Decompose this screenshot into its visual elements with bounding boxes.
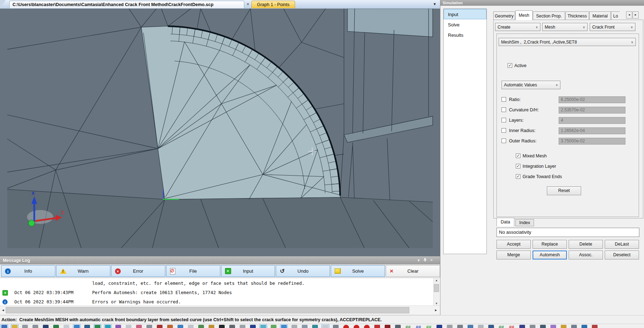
toolbar-icon[interactable] [302, 325, 308, 328]
log-scroll-thumb[interactable] [434, 284, 439, 292]
merge-button[interactable]: Merge [496, 251, 531, 259]
toolbar-icon[interactable] [312, 325, 318, 328]
toolbar-icon[interactable] [561, 325, 566, 328]
solve-button[interactable]: Solve [331, 265, 385, 277]
replace-button[interactable]: Replace [533, 240, 567, 249]
warn-button[interactable]: ! Warn [56, 265, 110, 277]
toolbar-icon[interactable] [364, 325, 370, 328]
toolbar-icon[interactable] [12, 325, 18, 328]
tab-material[interactable]: Material [589, 11, 611, 20]
toolbar-icon[interactable] [209, 325, 214, 328]
input-button[interactable]: × Input [221, 265, 275, 277]
toolbar-icon[interactable] [374, 325, 380, 328]
toolbar-icon[interactable] [291, 325, 297, 328]
tab-scroll-left-icon[interactable]: ◄ [626, 11, 632, 19]
ratio-field[interactable]: 6.25000e-02 [559, 96, 625, 103]
toolbar-icon[interactable] [281, 325, 287, 328]
nav-item-solve[interactable]: Solve [444, 19, 486, 30]
file-button[interactable]: ∅ File [166, 265, 220, 277]
pin-icon[interactable] [422, 258, 428, 263]
toolbar-icon[interactable] [592, 325, 598, 328]
toolbar-icon[interactable] [333, 325, 339, 328]
toolbar-icon[interactable] [468, 325, 473, 328]
toolbar-icon[interactable] [530, 325, 535, 328]
scroll-down-icon[interactable]: ▼ [434, 302, 439, 305]
toolbar-icon[interactable] [95, 325, 100, 328]
toolbar-icon[interactable] [271, 325, 276, 328]
error-button[interactable]: × Error [111, 265, 165, 277]
automesh-button[interactable]: Automesh [533, 251, 567, 259]
toolbar-icon[interactable] [115, 325, 121, 328]
nav-item-input[interactable]: Input [444, 9, 486, 19]
toolbar-icon[interactable] [64, 325, 69, 328]
mode-select[interactable]: Create ∨ [495, 23, 540, 31]
layers-checkbox[interactable] [501, 118, 506, 122]
undo-button[interactable]: ↺ Undo [276, 265, 330, 277]
toolbar-icon[interactable] [146, 325, 152, 328]
toolbar-icon[interactable] [488, 325, 494, 328]
message-log-close-icon[interactable]: × [429, 258, 434, 263]
message-log-list[interactable]: load, constraint, etc. for element, edge… [0, 278, 440, 306]
toolbar-icon[interactable] [105, 325, 111, 328]
toolbar-icon[interactable] [519, 325, 525, 328]
simulation-panel-titlebar[interactable]: Simulation [440, 0, 644, 6]
toolbar-icon[interactable] [1, 325, 7, 328]
tab-index[interactable]: Index [515, 219, 534, 226]
tab-section-prop[interactable]: Section Prop. [533, 11, 565, 20]
tab-graph-points[interactable]: Graph 1 - Points [251, 1, 295, 8]
toolbar-icon[interactable] [178, 325, 183, 328]
tab-load-truncated[interactable]: Lo [611, 11, 620, 20]
toolbar-icon[interactable] [136, 325, 142, 328]
toolbar-icon[interactable] [157, 325, 163, 328]
tab-thickness[interactable]: Thickness [565, 11, 589, 20]
delast-button[interactable]: DeLast [605, 240, 639, 249]
toolbar-icon[interactable]: ## [405, 325, 411, 328]
toolbar-icon[interactable] [395, 325, 401, 328]
outer-radius-field[interactable]: 3.75000e-02 [559, 138, 625, 145]
reset-button[interactable]: Reset [547, 186, 581, 195]
scroll-up-icon[interactable]: ▲ [434, 279, 439, 282]
curvature-field[interactable]: 2.53570e-02 [559, 107, 625, 113]
tab-mesh[interactable]: Mesh [515, 10, 533, 20]
toolbar-icon[interactable] [33, 325, 38, 328]
associativity-field[interactable]: No associativity [496, 228, 639, 237]
mixed-mesh-checkbox[interactable]: ✓ [516, 153, 520, 158]
inner-radius-checkbox[interactable] [501, 128, 506, 133]
toolbar-icon[interactable] [126, 325, 131, 328]
toolbar-icon[interactable]: ## [416, 325, 421, 328]
scroll-left-icon[interactable]: ◄ [1, 308, 5, 312]
deselect-button[interactable]: Deselect [605, 251, 639, 259]
toolbar-icon[interactable] [167, 325, 173, 328]
outer-radius-checkbox[interactable] [501, 138, 506, 143]
info-button[interactable]: i Info [1, 265, 55, 277]
toolbar-icon[interactable] [250, 325, 256, 328]
inner-radius-field[interactable]: 1.26562e-04 [559, 127, 625, 134]
toolbar-icon[interactable] [323, 325, 328, 328]
type-select[interactable]: Crack Front ∨ [590, 23, 635, 31]
toolbar-icon[interactable] [240, 325, 245, 328]
toolbar-icon[interactable] [385, 325, 390, 328]
hscroll-thumb[interactable] [6, 307, 409, 313]
toolbar-icon[interactable] [478, 325, 484, 328]
nav-item-results[interactable]: Results [444, 30, 486, 40]
toolbar-icon[interactable] [198, 325, 204, 328]
toolbar-icon[interactable] [53, 325, 59, 328]
ratio-checkbox[interactable] [501, 97, 506, 102]
delete-button[interactable]: Delete [569, 240, 603, 249]
viewport-3d[interactable]: X Z [0, 9, 440, 256]
tab-list-dropdown-icon[interactable]: ▼ [433, 2, 436, 6]
toolbar-icon[interactable]: ## [426, 325, 432, 328]
scroll-right-icon[interactable]: ► [434, 308, 438, 312]
meshsim-selection-select[interactable]: MeshSim , 2,Crack Front, ,Active,SET8 ∨ [499, 38, 636, 46]
toolbar-icon[interactable] [260, 325, 266, 328]
toolbar-icon[interactable] [447, 325, 453, 328]
toolbar-icon[interactable] [22, 325, 28, 328]
toolbar-icon[interactable] [229, 325, 235, 328]
toolbar-icon[interactable] [581, 325, 587, 328]
message-log-titlebar[interactable]: Message Log [0, 256, 440, 264]
accept-button[interactable]: Accept [496, 240, 531, 249]
toolbar-icon[interactable]: ## [499, 325, 504, 328]
toolbar-icon[interactable] [540, 325, 546, 328]
entity-select[interactable]: Mesh ∨ [542, 23, 588, 31]
toolbar-icon[interactable] [84, 325, 90, 328]
